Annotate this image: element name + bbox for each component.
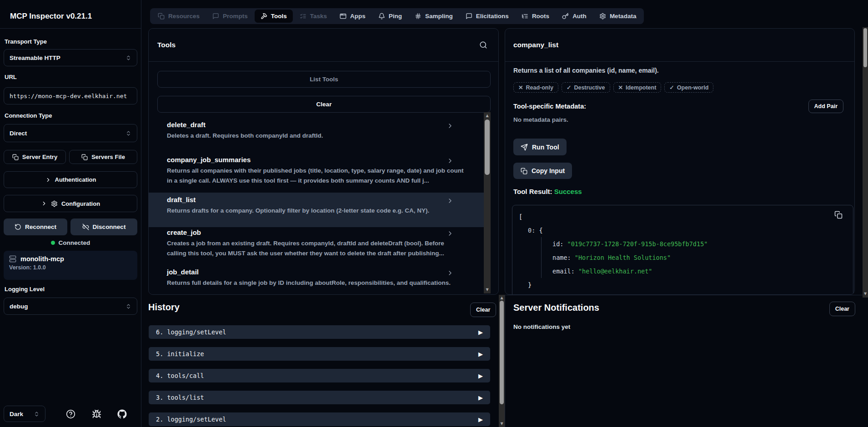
tab-label: Metadata [610,13,637,20]
history-scrollbar[interactable]: ▲ ▼ [499,295,505,427]
tab-prompts[interactable]: Prompts [206,10,254,23]
badge-destructive: ✓ Destructive [562,82,610,93]
key-icon [562,13,569,20]
reconnect-button[interactable]: Reconnect [4,218,67,235]
run-tool-button[interactable]: Run Tool [513,139,567,155]
list-tools-button[interactable]: List Tools [157,71,491,88]
logging-level-label: Logging Level [5,286,45,293]
configuration-expander[interactable]: Configuration [4,195,137,212]
help-circle-icon [66,409,75,419]
notifications-clear-button[interactable]: Clear [829,302,855,316]
history-item-label: 6. logging/setLevel [156,328,226,336]
chevron-right-icon [447,230,454,237]
badge-check-icon: ✓ [567,84,571,91]
chevron-right-icon [41,200,47,207]
tab-label: Tools [271,13,287,20]
tool-row-job-detail[interactable]: job_detail Returns full details for a si… [149,268,484,288]
url-input[interactable]: https://mono-mcp-dev.eelkhair.net [4,87,137,104]
badge-check-icon: ✓ [669,84,674,91]
chevrons-up-down-icon [34,411,40,417]
no-notifications-text: No notifications yet [513,323,570,330]
scroll-up-arrow[interactable]: ▲ [499,295,505,301]
history-item-label: 5. initialize [156,350,204,357]
notifications-title: Server Notifications [513,303,599,313]
history-item[interactable]: 5. initialize ▶ [149,347,490,361]
tab-elicitations[interactable]: Elicitations [460,10,515,23]
tab-label: Elicitations [476,13,509,20]
tab-metadata[interactable]: Metadata [593,10,642,23]
scroll-down-arrow[interactable]: ▼ [484,287,491,293]
github-button[interactable] [116,408,127,419]
json-key: id: [552,240,563,248]
add-pair-button[interactable]: Add Pair [808,99,843,113]
tab-label: Ping [389,13,402,20]
history-item[interactable]: 3. tools/list ▶ [149,391,490,404]
copy-input-button[interactable]: Copy Input [513,163,572,179]
server-version: Version: 1.0.0 [9,264,132,271]
tool-name: draft_list [167,196,464,204]
page-scrollbar[interactable]: ▼ [863,27,868,298]
tools-panel: Tools List Tools Clear delete_draft Dele… [148,28,499,295]
scroll-down-arrow[interactable]: ▼ [499,421,505,427]
badge-label: Destructive [574,84,605,91]
json-value: "019c7737-1728-720f-915b-8ce95bfb7d15" [567,240,708,248]
json-object-0: 0: { id: "019c7737-1728-720f-915b-8ce95b… [528,223,847,295]
tool-row-delete-draft[interactable]: delete_draft Deletes a draft. Requires b… [149,121,484,141]
chevron-right-icon [45,177,51,183]
tools-list-scroll-thumb[interactable] [485,119,490,175]
tab-sampling[interactable]: Sampling [409,10,459,23]
history-clear-button[interactable]: Clear [470,303,496,317]
report-bug-button[interactable] [91,408,102,419]
tool-row-draft-list[interactable]: draft_list Returns drafts for a company.… [149,193,484,227]
tools-list-scrollbar[interactable]: ▲ ▼ [484,112,491,293]
connection-type-select[interactable]: Direct [4,124,137,142]
connection-type-label: Connection Type [5,112,52,119]
json-index[interactable]: 0: [528,227,535,234]
page-scroll-thumb[interactable] [863,28,867,67]
servers-file-button[interactable]: Servers File [69,150,137,164]
tab-label: Resources [168,13,200,20]
tab-tools[interactable]: Tools [255,10,293,23]
tab-auth[interactable]: Auth [556,10,592,23]
tool-detail-title: company_list [513,41,558,49]
tool-detail-header: company_list [505,29,854,62]
history-item[interactable]: 6. logging/setLevel ▶ [149,325,490,339]
badge-open-world: ✓ Open-world [664,82,713,93]
chevrons-up-down-icon [125,303,131,309]
tool-row-company-job-summaries[interactable]: company_job_summaries Returns all compan… [149,156,484,185]
theme-select[interactable]: Dark [4,406,45,422]
tab-tasks[interactable]: Tasks [294,10,333,23]
chevron-right-icon [447,157,454,164]
logging-level-select[interactable]: debug [4,298,137,315]
tool-description: Creates a job from an existing draft. Re… [167,238,464,258]
disconnect-button[interactable]: Disconnect [70,218,137,235]
tab-roots[interactable]: Roots [516,10,555,23]
copy-result-button[interactable] [834,211,843,220]
app-title: MCP Inspector v0.21.1 [10,12,92,21]
history-scroll-thumb[interactable] [500,301,504,404]
json-bracket: [ [519,213,522,220]
tools-panel-header: Tools [149,29,498,62]
help-button[interactable] [65,408,76,419]
message-square-icon [466,13,472,20]
tab-ping[interactable]: Ping [372,10,408,23]
tool-name: delete_draft [167,121,464,129]
scroll-up-arrow[interactable]: ▲ [484,113,491,119]
transport-type-label: Transport Type [5,38,47,45]
scroll-down-arrow[interactable]: ▼ [863,291,868,297]
tab-resources[interactable]: Resources [152,10,206,23]
json-key: name: [552,254,571,261]
search-icon[interactable] [479,41,487,49]
server-entry-button[interactable]: Server Entry [4,150,66,164]
link-off-icon [82,223,89,230]
tab-label: Apps [350,13,366,20]
history-item[interactable]: 4. tools/call ▶ [149,369,490,382]
clear-tools-button[interactable]: Clear [157,96,491,113]
tab-apps[interactable]: Apps [334,10,371,23]
message-square-icon [212,13,219,20]
transport-type-select[interactable]: Streamable HTTP [4,49,137,66]
authentication-label: Authentication [55,176,96,183]
authentication-expander[interactable]: Authentication [4,171,137,188]
tool-row-create-job[interactable]: create_job Creates a job from an existin… [149,228,484,258]
history-item[interactable]: 2. logging/setLevel ▶ [149,412,490,426]
